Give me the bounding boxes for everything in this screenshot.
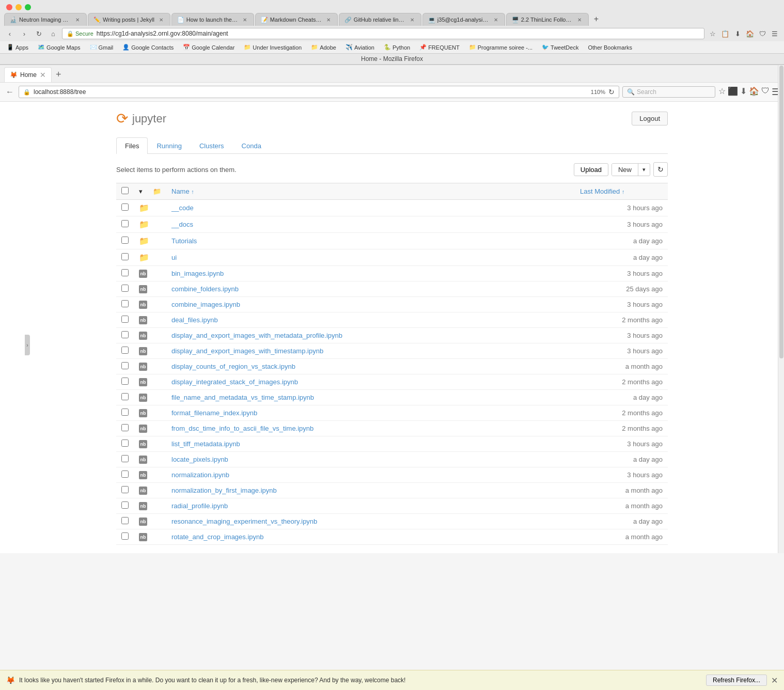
dropdown-arrow-icon[interactable]: ▾ (139, 187, 143, 195)
row-checkbox[interactable] (121, 300, 129, 307)
row-checkbox[interactable] (121, 220, 129, 227)
maximize-button[interactable] (25, 4, 31, 10)
row-name-cell[interactable]: normalization_by_first_image.ipynb (166, 483, 575, 498)
bookmark-calendar[interactable]: 📅 Google Calendar (180, 43, 237, 52)
row-check-cell[interactable] (116, 266, 134, 281)
bookmark-python[interactable]: 🐍 Python (381, 43, 413, 52)
file-name-link[interactable]: combine_folders.ipynb (171, 285, 239, 293)
outer-tab-7[interactable]: 🖥️ 2.2 ThinLinc Follow... ✕ (506, 13, 589, 26)
row-name-cell[interactable]: resonance_imaging_experiment_vs_theory.i… (166, 514, 575, 529)
bookmark-apps[interactable]: 📱 Apps (4, 43, 31, 52)
tab3-close[interactable]: ✕ (241, 16, 248, 23)
header-name-col[interactable]: Name ↑ (166, 183, 575, 200)
ff-back-button[interactable]: ← (4, 87, 15, 97)
row-name-cell[interactable]: deal_files.ipynb (166, 312, 575, 328)
bookmark-tweetdeck[interactable]: 🐦 TweetDeck (539, 43, 581, 52)
row-checkbox[interactable] (121, 409, 129, 416)
row-check-cell[interactable] (116, 405, 134, 421)
ff-synced-icon[interactable]: ⬛ (728, 86, 738, 98)
minimize-button[interactable] (15, 4, 22, 10)
file-name-link[interactable]: display_counts_of_region_vs_stack.ipynb (171, 363, 295, 370)
row-checkbox[interactable] (121, 331, 129, 338)
file-name-link[interactable]: display_integrated_stack_of_images.ipynb (171, 378, 298, 386)
file-name-link[interactable]: deal_files.ipynb (171, 316, 218, 324)
tab4-close[interactable]: ✕ (325, 16, 332, 23)
outer-tab-1[interactable]: 🔬 Neutron Imaging Tu... ✕ (4, 13, 87, 26)
ff-tab-home[interactable]: 🦊 Home ✕ (4, 67, 52, 82)
file-name-link[interactable]: rotate_and_crop_images.ipynb (171, 533, 264, 541)
file-name-link[interactable]: normalization_by_first_image.ipynb (171, 487, 277, 494)
bookmark-frequent[interactable]: 📌 FREQUENT (417, 43, 462, 52)
refresh-button[interactable]: ↻ (653, 162, 668, 177)
row-name-cell[interactable]: combine_images.ipynb (166, 297, 575, 312)
row-checkbox[interactable] (121, 455, 129, 462)
row-name-cell[interactable]: locate_pixels.ipynb (166, 452, 575, 467)
ff-shield-icon[interactable]: 🛡 (761, 86, 770, 98)
row-check-cell[interactable] (116, 436, 134, 452)
row-check-cell[interactable] (116, 297, 134, 312)
check-all-checkbox[interactable] (121, 187, 129, 194)
row-check-cell[interactable] (116, 483, 134, 498)
row-name-cell[interactable]: display_counts_of_region_vs_stack.ipynb (166, 359, 575, 374)
home-toolbar-icon[interactable]: 🏠 (745, 28, 755, 39)
tab2-close[interactable]: ✕ (158, 16, 165, 23)
tab7-close[interactable]: ✕ (576, 16, 583, 23)
file-name-link[interactable]: __docs (171, 221, 193, 228)
row-check-cell[interactable] (116, 529, 134, 545)
tab1-close[interactable]: ✕ (74, 16, 81, 23)
home-button[interactable]: ⌂ (48, 28, 59, 39)
file-name-link[interactable]: from_dsc_time_info_to_ascii_file_vs_time… (171, 425, 313, 432)
row-checkbox[interactable] (121, 362, 129, 369)
row-name-cell[interactable]: __code (166, 200, 575, 216)
bookmark-investigation[interactable]: 📁 Under Investigation (241, 43, 304, 52)
outer-tab-6[interactable]: 💻 j35@cg1d-analysis2... ✕ (422, 13, 505, 26)
bookmark-contacts[interactable]: 👤 Google Contacts (120, 43, 176, 52)
forward-button[interactable]: › (19, 28, 30, 39)
download-icon[interactable]: ⬇ (732, 28, 743, 39)
ff-bookmark-icon[interactable]: ☆ (718, 86, 726, 98)
new-button-main[interactable]: New (612, 164, 638, 176)
file-name-link[interactable]: file_name_and_metadata_vs_time_stamp.ipy… (171, 394, 314, 401)
tab-conda[interactable]: Conda (233, 137, 270, 154)
new-folder-icon[interactable]: 📁 (153, 187, 161, 195)
file-name-link[interactable]: bin_images.ipynb (171, 270, 224, 277)
row-name-cell[interactable]: list_tiff_metadata.ipynb (166, 436, 575, 452)
bookmark-aviation[interactable]: ✈️ Aviation (343, 43, 377, 52)
file-name-link[interactable]: format_filename_index.ipynb (171, 409, 257, 417)
row-check-cell[interactable] (116, 374, 134, 390)
file-name-link[interactable]: list_tiff_metadata.ipynb (171, 440, 240, 448)
file-name-link[interactable]: display_and_export_images_with_timestamp… (171, 347, 323, 355)
row-check-cell[interactable] (116, 421, 134, 436)
row-name-cell[interactable]: normalization.ipynb (166, 467, 575, 483)
row-check-cell[interactable] (116, 514, 134, 529)
row-name-cell[interactable]: ui (166, 249, 575, 266)
tab6-close[interactable]: ✕ (492, 16, 499, 23)
ff-new-tab-button[interactable]: + (52, 67, 66, 82)
row-check-cell[interactable] (116, 359, 134, 374)
file-name-link[interactable]: __code (171, 204, 194, 212)
row-checkbox[interactable] (121, 347, 129, 354)
row-check-cell[interactable] (116, 200, 134, 216)
row-check-cell[interactable] (116, 390, 134, 405)
ff-url-input[interactable]: 🔒 localhost:8888/tree 110% ↻ (19, 86, 619, 98)
row-name-cell[interactable]: combine_folders.ipynb (166, 281, 575, 297)
row-check-cell[interactable] (116, 281, 134, 297)
row-check-cell[interactable] (116, 233, 134, 249)
bookmark-adobe[interactable]: 📁 Adobe (308, 43, 339, 52)
row-check-cell[interactable] (116, 452, 134, 467)
row-name-cell[interactable]: bin_images.ipynb (166, 266, 575, 281)
reload-button[interactable]: ↻ (33, 28, 44, 39)
row-name-cell[interactable]: file_name_and_metadata_vs_time_stamp.ipy… (166, 390, 575, 405)
bookmark-maps[interactable]: 🗺️ Google Maps (35, 43, 83, 52)
scrollbar[interactable] (778, 65, 784, 553)
file-name-link[interactable]: combine_images.ipynb (171, 301, 240, 308)
file-name-link[interactable]: ui (171, 254, 177, 261)
ff-refresh-icon[interactable]: ↻ (608, 88, 615, 96)
row-name-cell[interactable]: from_dsc_time_info_to_ascii_file_vs_time… (166, 421, 575, 436)
row-checkbox[interactable] (121, 269, 129, 276)
ff-tab-close[interactable]: ✕ (40, 71, 46, 79)
file-name-link[interactable]: resonance_imaging_experiment_vs_theory.i… (171, 518, 317, 525)
row-name-cell[interactable]: rotate_and_crop_images.ipynb (166, 529, 575, 545)
scrollbar-thumb[interactable] (779, 66, 783, 358)
row-checkbox[interactable] (121, 237, 129, 244)
